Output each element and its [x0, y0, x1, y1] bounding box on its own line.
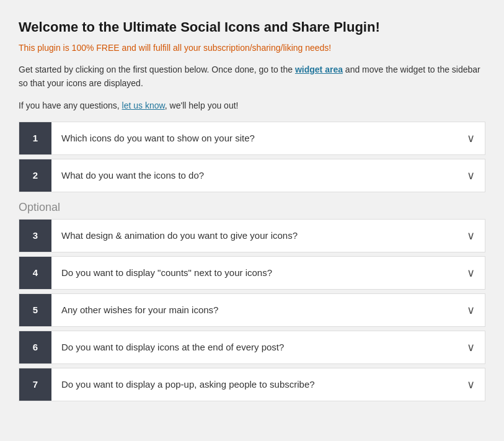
- question-label-4: Do you want to display "counts" next to …: [51, 258, 457, 287]
- description-part4: , we'll help you out!: [165, 100, 239, 110]
- subtitle: This plugin is 100% FREE and will fulfil…: [19, 43, 485, 53]
- question-label-3: What design & animation do you want to g…: [51, 221, 457, 250]
- description-2: If you have any questions, let us know, …: [19, 99, 485, 112]
- page-title: Welcome to the Ultimate Social Icons and…: [19, 19, 485, 37]
- chevron-icon-1: ∨: [457, 131, 485, 145]
- chevron-icon-4: ∨: [457, 266, 485, 280]
- accordion-item-4[interactable]: 4Do you want to display "counts" next to…: [19, 256, 485, 290]
- accordion-item-2[interactable]: 2What do you want the icons to do?∨: [19, 159, 485, 192]
- question-label-5: Any other wishes for your main icons?: [51, 295, 457, 324]
- chevron-icon-7: ∨: [457, 378, 485, 391]
- accordion-item-3[interactable]: 3What design & animation do you want to …: [19, 219, 485, 252]
- chevron-icon-5: ∨: [457, 303, 485, 317]
- required-questions-group: 1Which icons do you want to show on your…: [19, 122, 485, 192]
- question-label-6: Do you want to display icons at the end …: [51, 332, 457, 362]
- question-number-7: 7: [19, 368, 51, 401]
- question-label-2: What do you want the icons to do?: [51, 161, 457, 190]
- optional-label: Optional: [19, 201, 485, 214]
- accordion-item-6[interactable]: 6Do you want to display icons at the end…: [19, 331, 485, 364]
- let-us-know-link[interactable]: let us know: [122, 100, 165, 110]
- description-part3: If you have any questions,: [19, 100, 122, 110]
- chevron-icon-6: ∨: [457, 341, 485, 354]
- description-part1: Get started by clicking on the first que…: [19, 65, 295, 74]
- description-1: Get started by clicking on the first que…: [19, 63, 485, 91]
- optional-questions-group: 3What design & animation do you want to …: [19, 219, 485, 401]
- questions-section: 1Which icons do you want to show on your…: [19, 122, 485, 401]
- chevron-icon-2: ∨: [457, 169, 485, 182]
- chevron-icon-3: ∨: [457, 229, 485, 243]
- question-number-3: 3: [19, 220, 51, 252]
- question-number-1: 1: [19, 122, 51, 154]
- question-number-6: 6: [19, 331, 51, 363]
- accordion-item-5[interactable]: 5Any other wishes for your main icons?∨: [19, 293, 485, 327]
- widget-area-link[interactable]: widget area: [295, 65, 343, 74]
- question-number-2: 2: [19, 159, 51, 192]
- question-label-1: Which icons do you want to show on your …: [51, 123, 457, 153]
- question-number-5: 5: [19, 294, 51, 326]
- question-number-4: 4: [19, 257, 51, 289]
- accordion-item-1[interactable]: 1Which icons do you want to show on your…: [19, 122, 485, 155]
- accordion-item-7[interactable]: 7Do you want to display a pop-up, asking…: [19, 368, 485, 401]
- main-container: Welcome to the Ultimate Social Icons and…: [12, 12, 492, 411]
- question-label-7: Do you want to display a pop-up, asking …: [51, 370, 457, 399]
